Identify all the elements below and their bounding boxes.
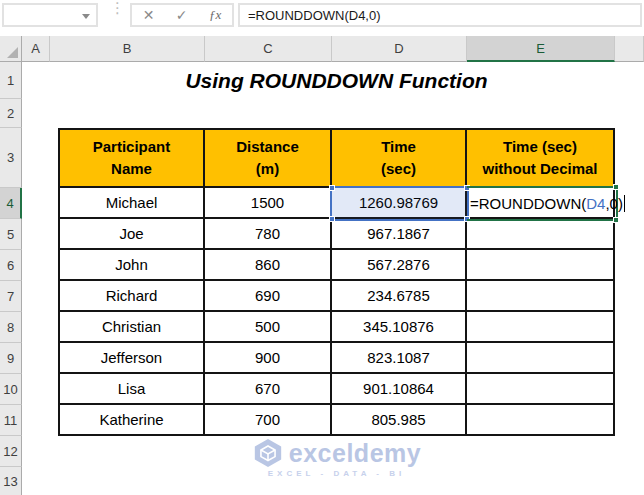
cell-distance[interactable]: 670 <box>205 374 332 405</box>
cell-time[interactable]: 967.1867 <box>332 219 467 250</box>
cell-name[interactable]: Richard <box>60 281 205 312</box>
header-line: Time (sec) <box>503 136 577 158</box>
watermark: exceldemy EXCEL - DATA - BI <box>58 437 615 478</box>
cell-name[interactable]: Christian <box>60 312 205 343</box>
column-header-d[interactable]: D <box>332 36 467 62</box>
column-header-a[interactable]: A <box>22 36 50 62</box>
row-header-1[interactable]: 1 <box>0 62 22 99</box>
header-distance[interactable]: Distance (m) <box>205 130 332 188</box>
cell-formula-text: =ROUNDDOWN(D4,0) <box>470 188 625 219</box>
header-line: without Decimal <box>482 158 597 180</box>
column-header-f-partial[interactable] <box>615 36 644 62</box>
row-header-4[interactable]: 4 <box>0 188 22 219</box>
formula-input[interactable]: =ROUNDDOWN(D4,0) <box>238 3 642 27</box>
drag-handle-dots-icon: ⋮ <box>110 4 125 12</box>
header-line: (m) <box>256 158 279 180</box>
cell-time[interactable]: 823.1087 <box>332 343 467 374</box>
formula-buttons: ✕ ✓ ƒx <box>130 3 234 27</box>
cell-time[interactable]: 567.2876 <box>332 250 467 281</box>
column-header-e[interactable]: E <box>467 36 615 62</box>
formula-prefix: =ROUNDDOWN( <box>470 195 586 212</box>
cell-distance[interactable]: 500 <box>205 312 332 343</box>
row-header-9[interactable]: 9 <box>0 343 22 374</box>
formula-reference: D4 <box>586 195 605 212</box>
row-header-5[interactable]: 5 <box>0 219 22 250</box>
cell-distance[interactable]: 860 <box>205 250 332 281</box>
name-box[interactable] <box>2 3 98 27</box>
header-line: Time <box>381 136 416 158</box>
row-header-10[interactable]: 10 <box>0 374 22 405</box>
cell-name[interactable]: Lisa <box>60 374 205 405</box>
watermark-tagline: EXCEL - DATA - BI <box>268 469 405 478</box>
header-time[interactable]: Time (sec) <box>332 130 467 188</box>
cell-name[interactable]: Michael <box>60 188 205 219</box>
cell-result[interactable] <box>467 405 615 436</box>
referenced-cell-outline-d4 <box>330 186 469 221</box>
cell-result[interactable] <box>467 343 615 374</box>
header-line: Participant <box>93 136 171 158</box>
cell-distance[interactable]: 780 <box>205 219 332 250</box>
watermark-brand: exceldemy <box>289 439 421 468</box>
cell-name[interactable]: Joe <box>60 219 205 250</box>
select-all-triangle-icon <box>7 47 18 58</box>
header-line: Name <box>111 158 152 180</box>
enter-icon[interactable]: ✓ <box>176 8 188 22</box>
cell-result[interactable] <box>467 281 615 312</box>
row-header-2[interactable]: 2 <box>0 99 22 128</box>
selection-handle <box>613 184 619 190</box>
cell-distance[interactable]: 690 <box>205 281 332 312</box>
cell-distance[interactable]: 1500 <box>205 188 332 219</box>
cell-time[interactable]: 805.985 <box>332 405 467 436</box>
exceldemy-logo-icon <box>252 437 284 469</box>
row-header-3[interactable]: 3 <box>0 128 22 188</box>
row-header-12[interactable]: 12 <box>0 436 22 467</box>
cell-time[interactable]: 234.6785 <box>332 281 467 312</box>
cell-result[interactable] <box>467 219 615 250</box>
formula-suffix: ,0) <box>605 195 623 212</box>
row-header-6[interactable]: 6 <box>0 250 22 281</box>
header-participant-name[interactable]: Participant Name <box>60 130 205 188</box>
active-cell-e4[interactable]: =ROUNDDOWN(D4,0) <box>467 186 618 221</box>
formula-bar: ⋮ ✕ ✓ ƒx =ROUNDDOWN(D4,0) <box>0 0 644 32</box>
cell-distance[interactable]: 900 <box>205 343 332 374</box>
excel-window: ⋮ ✕ ✓ ƒx =ROUNDDOWN(D4,0) A B C D E 1 2 … <box>0 0 644 495</box>
cell-name[interactable]: Jefferson <box>60 343 205 374</box>
cell-name[interactable]: Katherine <box>60 405 205 436</box>
header-line: Distance <box>236 136 299 158</box>
cell-name[interactable]: John <box>60 250 205 281</box>
cell-distance[interactable]: 700 <box>205 405 332 436</box>
cell-result[interactable] <box>467 374 615 405</box>
cell-time[interactable]: 901.10864 <box>332 374 467 405</box>
cell-time[interactable]: 345.10876 <box>332 312 467 343</box>
reference-handle <box>329 216 335 222</box>
header-line: (sec) <box>381 158 416 180</box>
text-cursor <box>624 195 625 212</box>
column-header-b[interactable]: B <box>50 36 205 62</box>
cancel-icon[interactable]: ✕ <box>143 8 155 22</box>
insert-function-icon[interactable]: ƒx <box>209 7 221 23</box>
row-header-13[interactable]: 13 <box>0 467 22 495</box>
sheet-title[interactable]: Using ROUNDDOWN Function <box>58 62 615 99</box>
chevron-down-icon[interactable] <box>82 14 90 19</box>
formula-text: =ROUNDDOWN(D4,0) <box>248 8 381 23</box>
cell-result[interactable] <box>467 312 615 343</box>
fill-handle[interactable] <box>613 217 619 223</box>
header-time-without-decimal[interactable]: Time (sec) without Decimal <box>467 130 615 188</box>
select-all-button[interactable] <box>0 36 22 62</box>
row-header-11[interactable]: 11 <box>0 405 22 436</box>
row-header-8[interactable]: 8 <box>0 312 22 343</box>
row-header-7[interactable]: 7 <box>0 281 22 312</box>
column-header-c[interactable]: C <box>205 36 332 62</box>
cell-result[interactable] <box>467 250 615 281</box>
reference-handle <box>329 185 335 191</box>
data-table: Participant Name Distance (m) Time (sec)… <box>58 128 615 436</box>
